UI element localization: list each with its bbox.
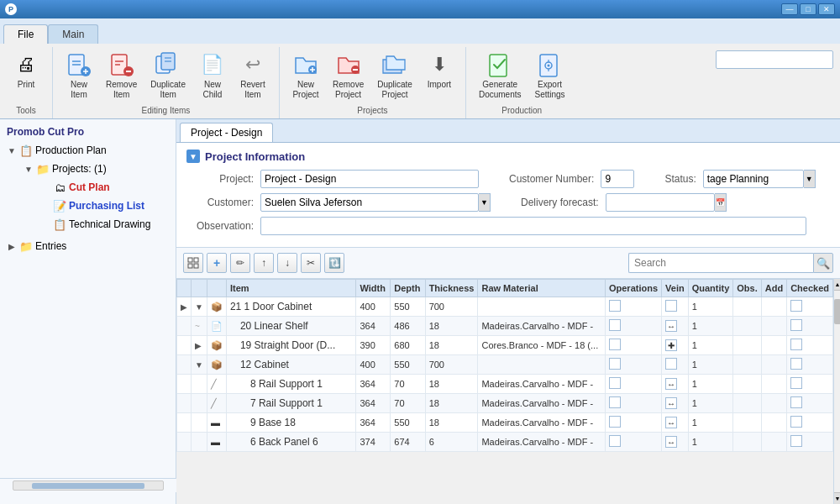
scroll-down-button[interactable]: ▼ bbox=[834, 492, 840, 504]
operations-checkbox[interactable] bbox=[609, 416, 621, 428]
search-button[interactable]: 🔍 bbox=[813, 253, 833, 273]
section-chevron-icon[interactable]: ▼ bbox=[186, 150, 200, 163]
table-btn-add[interactable]: + bbox=[207, 253, 227, 273]
checked-checkbox[interactable] bbox=[790, 396, 802, 408]
col-quantity-header: Quantity bbox=[688, 280, 733, 297]
table-btn-cut[interactable]: ✂ bbox=[301, 253, 321, 273]
sidebar-item-projects[interactable]: ▼ 📁 Projects: (1) bbox=[17, 160, 176, 178]
remove-item-button[interactable]: RemoveItem bbox=[100, 47, 143, 104]
operations-checkbox[interactable] bbox=[609, 358, 621, 370]
cell-item: 6 Back Panel 6 bbox=[226, 433, 356, 452]
table-btn-edit[interactable]: ✏ bbox=[230, 253, 250, 273]
vein-checkbox[interactable]: ↔ bbox=[665, 378, 677, 390]
print-button[interactable]: 🖨 Print bbox=[7, 47, 45, 104]
search-input[interactable] bbox=[628, 253, 813, 273]
table-wrap: Item Width Depth Thickness Raw Material … bbox=[176, 279, 833, 504]
checked-checkbox[interactable] bbox=[790, 435, 802, 447]
new-child-button[interactable]: 📄 NewChild bbox=[193, 47, 232, 104]
import-button[interactable]: ⬇ Import bbox=[420, 47, 459, 104]
maximize-button[interactable]: □ bbox=[800, 3, 816, 15]
ribbon-section-tools: 🖨 Print Tools bbox=[0, 47, 53, 118]
generate-documents-button[interactable]: GenerateDocuments bbox=[473, 47, 528, 104]
tools-section-label: Tools bbox=[16, 106, 35, 118]
col-expand-header bbox=[192, 280, 207, 297]
new-item-button[interactable]: NewItem bbox=[60, 47, 98, 104]
vein-checkbox[interactable] bbox=[665, 358, 677, 370]
new-project-button[interactable]: NewProject bbox=[286, 47, 325, 104]
status-dropdown-btn[interactable]: ▼ bbox=[804, 170, 816, 188]
cell-rawmaterial bbox=[478, 297, 606, 317]
col-depth-header: Depth bbox=[391, 280, 425, 297]
vein-checkbox[interactable] bbox=[665, 300, 677, 312]
form-row-customer: Customer: ▼ Delivery forecast: 📅 bbox=[186, 193, 830, 212]
cell-checked bbox=[787, 413, 833, 433]
operations-checkbox[interactable] bbox=[609, 300, 621, 312]
customer-dropdown-btn[interactable]: ▼ bbox=[479, 193, 491, 212]
observation-input[interactable] bbox=[260, 217, 806, 235]
operations-checkbox[interactable] bbox=[609, 339, 621, 350]
revert-item-icon: ↩ bbox=[239, 51, 266, 78]
checked-checkbox[interactable] bbox=[790, 319, 802, 331]
customer-input[interactable] bbox=[260, 193, 479, 212]
delivery-input[interactable] bbox=[606, 193, 715, 212]
table-scrollbar[interactable]: ▲ ▼ bbox=[833, 279, 840, 504]
table-btn-down[interactable]: ↓ bbox=[277, 253, 297, 273]
tab-main[interactable]: Main bbox=[48, 24, 98, 44]
vein-checkbox[interactable]: ↔ bbox=[665, 397, 677, 409]
expand-production-plan[interactable]: ▼ bbox=[7, 145, 17, 155]
cell-expand[interactable]: ▼ bbox=[192, 355, 207, 375]
operations-checkbox[interactable] bbox=[609, 396, 621, 408]
table-btn-up[interactable]: ↑ bbox=[254, 253, 274, 273]
table-btn-grid[interactable] bbox=[183, 253, 203, 273]
minimize-button[interactable]: — bbox=[781, 3, 798, 15]
expand-entries[interactable]: ▶ bbox=[7, 241, 17, 251]
vein-checkbox[interactable]: ↔ bbox=[665, 417, 677, 428]
table-btn-refresh[interactable]: 🔃 bbox=[324, 253, 344, 273]
vein-checkbox[interactable]: ↔ bbox=[665, 436, 677, 448]
cell-add bbox=[761, 413, 786, 433]
cell-obs bbox=[733, 336, 761, 355]
ribbon-search-input[interactable] bbox=[716, 50, 833, 69]
operations-checkbox[interactable] bbox=[609, 435, 621, 447]
sidebar-item-entries[interactable]: ▶ 📁 Entries bbox=[0, 237, 176, 255]
checked-checkbox[interactable] bbox=[790, 377, 802, 389]
remove-project-button[interactable]: RemoveProject bbox=[327, 47, 370, 104]
delivery-picker-btn[interactable]: 📅 bbox=[715, 193, 727, 212]
tab-file[interactable]: File bbox=[3, 24, 48, 44]
vein-checkbox[interactable]: ↔ bbox=[665, 320, 677, 332]
import-icon: ⬇ bbox=[426, 51, 453, 78]
sidebar-item-purchasing-list[interactable]: ▶ 📝 Purchasing List bbox=[34, 197, 176, 215]
print-icon: 🖨 bbox=[13, 51, 39, 78]
sidebar-item-cut-plan[interactable]: ▶ 🗂 Cut Plan bbox=[34, 178, 176, 197]
table-row: ▶ ▼ 📦 21 1 Door Cabinet 400 550 700 1 bbox=[177, 297, 833, 317]
cell-expand[interactable]: ▼ bbox=[192, 297, 207, 317]
export-settings-button[interactable]: ExportSettings bbox=[528, 47, 570, 104]
sidebar-item-production-plan[interactable]: ▼ 📋 Production Plan bbox=[0, 141, 176, 160]
customer-number-input[interactable] bbox=[601, 170, 634, 188]
checked-checkbox[interactable] bbox=[790, 339, 802, 350]
revert-item-button[interactable]: ↩ RevertItem bbox=[234, 47, 272, 104]
sidebar-item-technical-drawing[interactable]: ▶ 📋 Technical Drawing bbox=[34, 215, 176, 234]
duplicate-item-button[interactable]: DuplicateItem bbox=[144, 47, 192, 104]
cell-vein bbox=[662, 355, 689, 375]
checked-checkbox[interactable] bbox=[790, 358, 802, 370]
checked-checkbox[interactable] bbox=[790, 416, 802, 428]
search-box: 🔍 bbox=[628, 253, 833, 273]
duplicate-project-button[interactable]: DuplicateProject bbox=[371, 47, 418, 104]
close-button[interactable]: ✕ bbox=[818, 3, 835, 15]
col-obs-header: Obs. bbox=[733, 280, 761, 297]
operations-checkbox[interactable] bbox=[609, 377, 621, 389]
checked-checkbox[interactable] bbox=[790, 300, 802, 312]
scroll-up-button[interactable]: ▲ bbox=[834, 279, 840, 291]
expand-projects[interactable]: ▼ bbox=[24, 164, 34, 174]
cell-checked bbox=[787, 394, 833, 413]
cell-width: 364 bbox=[356, 394, 391, 413]
vein-checkbox[interactable]: ✚ bbox=[665, 339, 677, 351]
status-input[interactable] bbox=[703, 170, 804, 188]
production-plan-label: Production Plan bbox=[35, 144, 172, 156]
operations-checkbox[interactable] bbox=[609, 319, 621, 331]
production-section-label: Production bbox=[501, 106, 542, 118]
cell-expand[interactable]: ▶ bbox=[192, 336, 207, 355]
content-tab-project-design[interactable]: Project - Design bbox=[180, 123, 273, 142]
project-input[interactable] bbox=[260, 170, 479, 188]
